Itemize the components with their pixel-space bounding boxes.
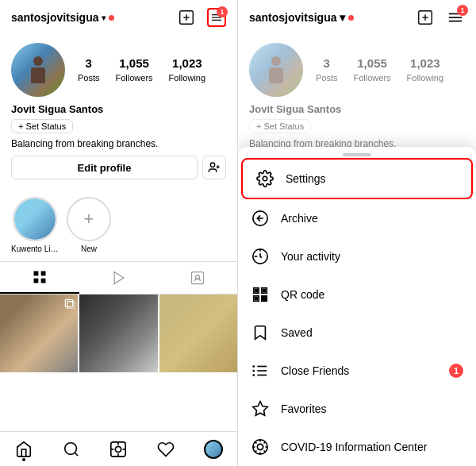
- menu-button[interactable]: 1: [207, 8, 226, 27]
- menu-badge: 1: [217, 6, 228, 17]
- following-label: Following: [169, 73, 205, 83]
- qr-code-label: QR code: [281, 288, 463, 301]
- nav-avatar: [204, 440, 223, 459]
- nav-profile[interactable]: [190, 432, 237, 466]
- svg-rect-10: [40, 272, 45, 276]
- story-new[interactable]: + New: [67, 197, 111, 253]
- edit-profile-label: Edit profile: [78, 162, 132, 174]
- menu-item-saved[interactable]: Saved: [238, 314, 476, 352]
- saved-icon: [251, 323, 270, 342]
- close-friends-badge: 1: [449, 364, 463, 378]
- right-menu-badge: 1: [457, 5, 468, 16]
- nav-heart[interactable]: [142, 432, 190, 466]
- right-posts-count: 3: [316, 56, 338, 70]
- story-label-kuwento: Kuwento Litrato: [11, 245, 59, 253]
- right-chevron-icon: ▾: [340, 11, 345, 24]
- edit-profile-button[interactable]: Edit profile: [11, 156, 198, 179]
- right-avatar-silhouette: [269, 56, 283, 83]
- profile-actions: Edit profile: [11, 156, 226, 179]
- right-username-area[interactable]: santosjovitsigua ▾: [249, 11, 354, 24]
- menu-item-favorites[interactable]: Favorites: [238, 390, 476, 428]
- svg-rect-14: [192, 272, 204, 284]
- right-header: santosjovitsigua ▾ 1: [238, 0, 476, 35]
- right-followers-stat: 1,055 Followers: [354, 56, 391, 84]
- add-person-button[interactable]: [202, 156, 226, 179]
- svg-rect-16: [66, 299, 73, 306]
- right-set-status-button[interactable]: + Set Status: [249, 119, 311, 133]
- svg-rect-48: [265, 299, 267, 302]
- right-add-post-button[interactable]: [416, 8, 435, 27]
- nav-home[interactable]: [0, 432, 48, 466]
- add-post-button[interactable]: [177, 8, 196, 27]
- followers-count: 1,055: [116, 56, 153, 70]
- svg-line-65: [264, 451, 266, 453]
- favorites-icon: [251, 399, 270, 418]
- svg-rect-49: [262, 299, 264, 302]
- story-kuwento[interactable]: Kuwento Litrato: [11, 197, 59, 253]
- story-label-new: New: [81, 245, 97, 253]
- tab-tagged[interactable]: [158, 262, 237, 294]
- profile-name: Jovit Sigua Santos: [11, 103, 226, 115]
- grid-item-1[interactable]: [0, 295, 78, 372]
- menu-item-covid[interactable]: COVID-19 Information Center: [238, 428, 476, 466]
- right-menu-button[interactable]: 1: [446, 8, 465, 27]
- right-online-dot: [348, 15, 354, 21]
- grid-item-3[interactable]: [159, 295, 237, 372]
- svg-rect-50: [265, 296, 267, 298]
- menu-item-settings[interactable]: Settings: [241, 158, 473, 199]
- covid-label: COVID-19 Information Center: [281, 441, 463, 453]
- followers-stat[interactable]: 1,055 Followers: [116, 56, 153, 84]
- nav-search[interactable]: [48, 432, 95, 466]
- grid-item-2[interactable]: [79, 295, 157, 372]
- close-friends-icon: [251, 361, 270, 380]
- right-following-count: 1,023: [407, 56, 443, 70]
- archive-label: Archive: [281, 212, 463, 225]
- svg-point-35: [263, 176, 267, 181]
- story-circle-kuwento: [13, 197, 57, 241]
- tab-reels[interactable]: [79, 262, 159, 294]
- qr-code-icon: [251, 285, 270, 304]
- story-thumbnail-kuwento: [14, 198, 56, 240]
- right-set-status-label: + Set Status: [256, 121, 304, 131]
- svg-rect-43: [255, 290, 258, 292]
- menu-item-qr-code[interactable]: QR code: [238, 275, 476, 314]
- svg-point-18: [64, 442, 76, 454]
- right-posts-label: Posts: [316, 73, 338, 83]
- menu-drawer: Settings Archive: [238, 147, 476, 466]
- svg-point-59: [257, 444, 263, 449]
- right-panel: santosjovitsigua ▾ 1: [238, 0, 476, 466]
- menu-item-your-activity[interactable]: Your activity: [238, 237, 476, 275]
- following-stat[interactable]: 1,023 Following: [169, 56, 205, 84]
- left-header: santosjovitsigua ▾ 1: [0, 0, 237, 35]
- svg-point-21: [116, 446, 121, 452]
- posts-stat[interactable]: 3 Posts: [78, 56, 100, 84]
- svg-rect-47: [262, 296, 264, 298]
- covid-icon: [251, 437, 270, 456]
- right-profile-name: Jovit Sigua Santos: [249, 103, 465, 115]
- saved-label: Saved: [281, 326, 463, 339]
- menu-item-archive[interactable]: Archive: [238, 199, 476, 237]
- svg-rect-44: [263, 290, 266, 292]
- right-avatar: [249, 43, 303, 97]
- menu-item-close-friends[interactable]: Close Friends 1: [238, 352, 476, 390]
- drawer-handle: [343, 153, 371, 156]
- svg-rect-45: [255, 298, 258, 300]
- photo-grid: [0, 295, 237, 431]
- right-followers-label: Followers: [354, 73, 391, 83]
- left-header-icons: 1: [177, 8, 226, 27]
- svg-point-6: [210, 163, 214, 167]
- set-status-label: + Set Status: [18, 121, 66, 131]
- right-profile-stats: 3 Posts 1,055 Followers 1,023 Following: [316, 56, 443, 84]
- svg-line-19: [75, 453, 78, 456]
- left-username-area[interactable]: santosjovitsigua ▾: [11, 11, 114, 24]
- tabs-section: [0, 261, 237, 295]
- settings-label: Settings: [286, 172, 459, 185]
- set-status-button[interactable]: + Set Status: [11, 119, 73, 133]
- tab-grid[interactable]: [0, 262, 79, 294]
- avatar[interactable]: [11, 43, 65, 97]
- multi-photo-icon: [63, 298, 75, 312]
- stories-section: Kuwento Litrato + New: [0, 192, 237, 261]
- right-header-icons: 1: [416, 8, 465, 27]
- right-username: santosjovitsigua: [249, 11, 336, 24]
- nav-reels[interactable]: [95, 432, 143, 466]
